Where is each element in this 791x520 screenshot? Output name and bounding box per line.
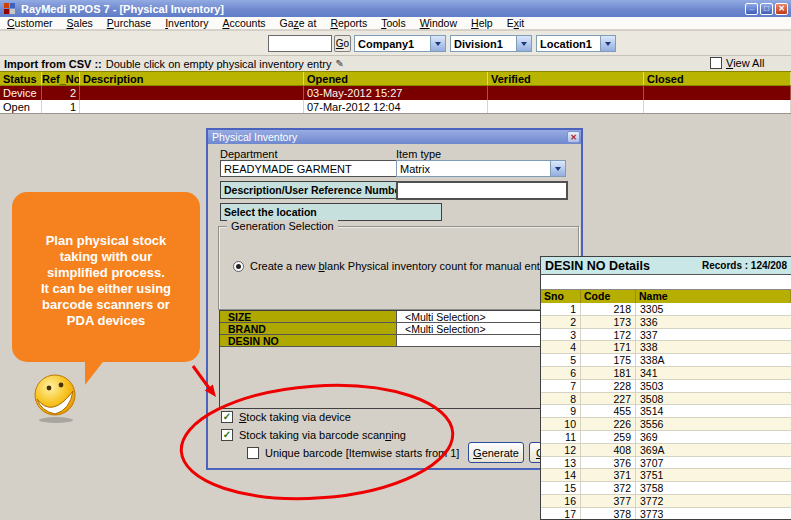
table-row-open[interactable]: Open 1 07-Mar-2012 12:04 — [0, 100, 791, 114]
list-item[interactable]: 1 218 3305 — [541, 303, 791, 316]
menu-item-exit[interactable]: Exit — [500, 17, 532, 29]
col-ref-no[interactable]: Ref_No — [42, 72, 80, 85]
list-item[interactable]: 7 228 3503 — [541, 380, 791, 393]
menu-bar: Customer Sales Purchase Inventory Accoun… — [0, 17, 791, 30]
list-item[interactable]: 15 372 3758 — [541, 482, 791, 495]
menu-item-inventory[interactable]: Inventory — [158, 17, 215, 29]
department-label: Department — [220, 148, 277, 160]
list-item[interactable]: 12 408 369A — [541, 444, 791, 457]
menu-item-purchase[interactable]: Purchase — [100, 17, 158, 29]
grid-row-size[interactable]: SIZE <Multi Selection> — [220, 311, 568, 323]
item-type-select[interactable]: Matrix — [396, 160, 566, 177]
list-item[interactable]: 8 227 3508 — [541, 393, 791, 406]
menu-item-window[interactable]: Window — [413, 17, 464, 29]
chevron-down-icon[interactable] — [600, 36, 615, 51]
attribute-selection-grid: SIZE <Multi Selection> BRAND <Multi Sele… — [219, 310, 569, 409]
col-name[interactable]: Name — [636, 290, 791, 303]
list-item[interactable]: 16 377 3772 — [541, 495, 791, 508]
list-item[interactable]: 10 226 3556 — [541, 418, 791, 431]
checkbox-icon — [247, 447, 259, 459]
unique-barcode-checkbox[interactable]: Unique barcode [Itemwise starts from 1] — [247, 447, 459, 459]
tip-bubble: Plan physical stock taking with our simp… — [12, 192, 200, 362]
checkbox-icon: ✓ — [221, 411, 233, 423]
grid-row-brand[interactable]: BRAND <Multi Selection> — [220, 323, 568, 335]
list-item[interactable]: 9 455 3514 — [541, 405, 791, 418]
app-logo-icon — [3, 2, 17, 15]
checkbox-icon: ✓ — [221, 429, 233, 441]
dialog-titlebar: Physical Inventory ✕ — [208, 130, 581, 144]
col-sno[interactable]: Sno — [541, 290, 581, 303]
menu-item-customer[interactable]: Customer — [0, 17, 60, 29]
physical-inventory-dialog: Physical Inventory ✕ Department Item typ… — [206, 128, 583, 470]
stock-taking-device-checkbox[interactable]: ✓ Stock taking via device — [221, 411, 351, 423]
menu-item-gaze-at[interactable]: Gaze at — [273, 17, 324, 29]
stock-taking-barcode-checkbox[interactable]: ✓ Stock taking via barcode scanning — [221, 429, 406, 441]
bubble-tail — [85, 358, 106, 385]
panel-column-header: Sno Code Name — [541, 290, 791, 303]
menu-item-sales[interactable]: Sales — [60, 17, 100, 29]
list-item[interactable]: 17 378 3773 — [541, 508, 791, 520]
dialog-close-button[interactable]: ✕ — [567, 131, 580, 143]
radio-icon — [233, 261, 244, 272]
dialog-title: Physical Inventory — [212, 131, 297, 143]
menu-item-tools[interactable]: Tools — [374, 17, 413, 29]
csv-hint-text: Double click on empty physical inventory… — [106, 58, 332, 70]
close-button[interactable]: ✕ — [775, 3, 788, 15]
col-status[interactable]: Status — [0, 72, 42, 85]
list-item[interactable]: 2 173 336 — [541, 316, 791, 329]
desin-rows: 1 218 3305 2 173 336 3 172 337 4 — [541, 303, 791, 520]
company-select[interactable]: Company1 — [354, 35, 446, 52]
edit-icon: ✎ — [335, 58, 343, 69]
list-item[interactable]: 14 371 3751 — [541, 469, 791, 482]
col-closed[interactable]: Closed — [644, 72, 791, 85]
checkbox-icon — [710, 57, 722, 69]
chevron-down-icon[interactable] — [550, 161, 565, 176]
list-item[interactable]: 13 376 3707 — [541, 457, 791, 470]
panel-title: DESIN NO Details — [545, 259, 650, 273]
toolbar: Go Company1 Division1 Location1 — [0, 31, 791, 56]
records-count: Records : 124/208 — [702, 260, 787, 271]
list-item[interactable]: 11 259 369 — [541, 431, 791, 444]
maximize-button[interactable]: □ — [760, 3, 773, 15]
generate-button[interactable]: Generate — [468, 442, 524, 463]
list-item[interactable]: 3 172 337 — [541, 329, 791, 342]
menu-item-reports[interactable]: Reports — [323, 17, 374, 29]
minimize-button[interactable]: _ — [745, 3, 758, 15]
window-titlebar: RayMedi RPOS 7 - [Physical Inventory] _ … — [0, 0, 791, 17]
division-select[interactable]: Division1 — [450, 35, 532, 52]
menu-item-accounts[interactable]: Accounts — [215, 17, 272, 29]
inventory-table: Status Ref_No Description Opened Verifie… — [0, 71, 791, 114]
import-csv-label: Import from CSV :: — [4, 58, 102, 70]
reference-field[interactable] — [396, 181, 568, 200]
col-verified[interactable]: Verified — [488, 72, 644, 85]
select-location-button[interactable]: Select the location — [220, 203, 442, 221]
go-button[interactable]: Go — [334, 35, 351, 52]
manual-entry-radio[interactable]: Create a new blank Physical inventory co… — [233, 260, 549, 272]
list-item[interactable]: 5 175 338A — [541, 354, 791, 367]
list-item[interactable]: 6 181 341 — [541, 367, 791, 380]
grid-row-desin-no[interactable]: DESIN NO — [220, 335, 568, 347]
app-window: RayMedi RPOS 7 - [Physical Inventory] _ … — [0, 0, 791, 520]
table-row-device[interactable]: Device 2 03-May-2012 15:27 — [0, 86, 791, 100]
panel-filter-row[interactable] — [541, 275, 791, 290]
smiley-icon — [28, 372, 84, 424]
view-all-checkbox[interactable]: View All — [710, 57, 764, 69]
desin-no-details-panel: DESIN NO Details Records : 124/208 Sno C… — [540, 256, 791, 520]
chevron-down-icon[interactable] — [430, 36, 445, 51]
chevron-down-icon[interactable] — [516, 36, 531, 51]
col-opened[interactable]: Opened — [304, 72, 488, 85]
window-title: RayMedi RPOS 7 - [Physical Inventory] — [21, 3, 224, 15]
col-code[interactable]: Code — [581, 290, 636, 303]
panel-header: DESIN NO Details Records : 124/208 — [541, 257, 791, 275]
inventory-table-header: Status Ref_No Description Opened Verifie… — [0, 71, 791, 86]
list-item[interactable]: 4 171 338 — [541, 341, 791, 354]
menu-item-help[interactable]: Help — [464, 17, 500, 29]
item-type-label: Item type — [396, 148, 441, 160]
generation-selection-group: Generation Selection Create a new blank … — [218, 226, 579, 310]
import-csv-bar: Import from CSV :: Double click on empty… — [0, 56, 791, 71]
group-label: Generation Selection — [227, 220, 338, 232]
search-input[interactable] — [268, 35, 332, 52]
col-description[interactable]: Description — [80, 72, 304, 85]
location-select[interactable]: Location1 — [536, 35, 616, 52]
